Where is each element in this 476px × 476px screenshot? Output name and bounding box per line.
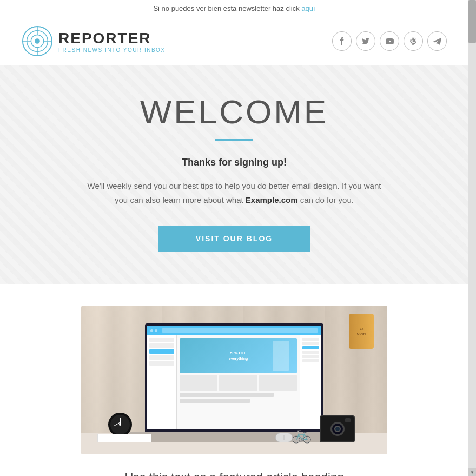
screen-sidebar	[147, 335, 177, 429]
r4	[302, 351, 319, 354]
welcome-body-end: can do for you.	[298, 195, 354, 204]
welcome-example-link: Example.com	[246, 195, 298, 204]
topbar-link[interactable]: aquí	[301, 4, 315, 12]
top-bar: Si no puedes ver bien esta newsletter ha…	[0, 0, 468, 17]
r5	[302, 355, 319, 358]
s3	[149, 349, 174, 354]
banner-text: 50% OFFeverything	[229, 351, 248, 360]
twitter-icon[interactable]	[356, 31, 375, 51]
scroll-thumb[interactable]	[468, 0, 476, 43]
screen-dot-1	[150, 329, 153, 332]
s1	[149, 338, 174, 342]
visit-blog-button[interactable]: VISIT OUR BLOG	[158, 226, 310, 252]
p1	[180, 375, 217, 391]
scroll-down-arrow[interactable]: ▼	[468, 468, 476, 476]
welcome-divider	[215, 139, 253, 141]
book-decoration: LaOuvre	[349, 314, 374, 349]
topbar-text: Si no puedes ver bien esta newsletter ha…	[153, 4, 301, 12]
clock-center	[119, 424, 121, 426]
row1	[180, 393, 274, 397]
camera-decoration	[320, 415, 355, 442]
telegram-icon[interactable]	[427, 31, 447, 51]
svg-point-3	[35, 38, 40, 44]
camera-flash	[345, 418, 351, 422]
r1	[302, 338, 319, 341]
featured-article-heading: Use this text as a featured article head…	[43, 471, 425, 476]
clock-face	[108, 413, 132, 437]
screen-right-panel	[300, 335, 321, 429]
scrollbar[interactable]: ▲ ▼	[468, 0, 476, 476]
header: REPORTER FRESH NEWS INTO YOUR INBOX	[0, 17, 468, 65]
banner-product	[273, 341, 289, 371]
pinterest-icon[interactable]	[404, 31, 423, 51]
r3	[302, 346, 319, 349]
welcome-body: We'll weekly send you our best tips to h…	[83, 179, 386, 207]
screen-interior: 50% OFFeverything	[147, 326, 321, 429]
logo-text-area: REPORTER FRESH NEWS INTO YOUR INBOX	[58, 30, 166, 53]
welcome-subtitle: Thanks for signing up!	[43, 157, 425, 168]
screen-address-bar	[162, 328, 318, 333]
youtube-icon[interactable]	[380, 31, 399, 51]
bicycle-decoration: 🚲	[292, 426, 312, 442]
page-wrapper: Si no puedes ver bien esta newsletter ha…	[0, 0, 468, 476]
camera-inner-lens	[334, 426, 341, 432]
mouse-center-line	[284, 435, 285, 440]
screen-main-area: 50% OFFeverything	[177, 335, 300, 429]
s2	[149, 343, 174, 348]
notebook-decoration	[97, 434, 151, 442]
camera-lens	[330, 422, 345, 436]
s4	[149, 355, 174, 360]
facebook-icon[interactable]	[332, 31, 352, 51]
s5	[149, 361, 174, 366]
r2	[302, 342, 319, 345]
welcome-section: WELCOME Thanks for signing up! We'll wee…	[0, 65, 468, 284]
r6	[302, 359, 319, 362]
logo-title: REPORTER	[58, 30, 166, 47]
book-text: LaOuvre	[355, 325, 368, 338]
laptop-image: 50% OFFeverything	[81, 306, 387, 454]
welcome-title: WELCOME	[43, 92, 425, 131]
logo-area: REPORTER FRESH NEWS INTO YOUR INBOX	[22, 25, 166, 57]
screen-banner: 50% OFFeverything	[180, 338, 297, 373]
logo-icon	[22, 25, 53, 57]
social-icons	[332, 31, 447, 51]
p2	[219, 375, 257, 391]
p3	[259, 375, 297, 391]
screen-dot-2	[155, 329, 157, 332]
mouse-decoration	[275, 433, 293, 442]
laptop-screen: 50% OFFeverything	[145, 323, 323, 432]
screen-content: 50% OFFeverything	[147, 335, 321, 429]
screen-nav	[147, 326, 321, 335]
content-section: 50% OFFeverything	[0, 284, 468, 476]
product-row	[180, 375, 297, 391]
row2	[180, 399, 250, 403]
logo-subtitle: FRESH NEWS INTO YOUR INBOX	[58, 47, 166, 53]
